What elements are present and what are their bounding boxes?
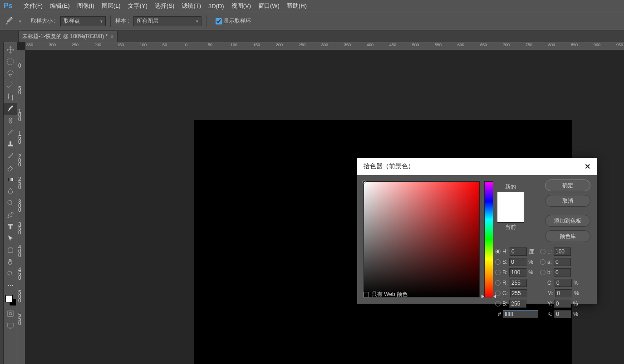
current-color-label: 当前: [497, 223, 524, 231]
gradient-tool[interactable]: [4, 174, 17, 185]
document-tab-title: 未标题-1-恢复的 @ 100%(RGB/8) *: [22, 33, 108, 40]
close-tab-icon[interactable]: ×: [110, 34, 113, 40]
hand-tool[interactable]: [4, 256, 17, 268]
menu-help[interactable]: 帮助(H): [287, 2, 307, 10]
sample-size-label: 取样大小 :: [31, 17, 56, 25]
path-select-tool[interactable]: [4, 233, 17, 244]
blur-tool[interactable]: [4, 185, 17, 197]
screen-mode-tool[interactable]: [4, 320, 17, 331]
menu-layer[interactable]: 图层(L): [102, 2, 121, 10]
radio-h[interactable]: [495, 249, 501, 254]
brush-tool[interactable]: [4, 126, 17, 138]
y-input[interactable]: [554, 300, 571, 308]
blue-input[interactable]: [509, 300, 526, 308]
document-tab[interactable]: 未标题-1-恢复的 @ 100%(RGB/8) * ×: [18, 31, 118, 42]
dialog-title: 拾色器（前景色）: [364, 162, 414, 170]
radio-lb[interactable]: [540, 270, 545, 275]
svg-rect-9: [8, 323, 13, 327]
sample-layers-dropdown[interactable]: 所有图层▾: [133, 16, 201, 26]
clone-stamp-tool[interactable]: [4, 138, 17, 150]
radio-g[interactable]: [495, 291, 501, 296]
color-library-button[interactable]: 颜色库: [545, 230, 590, 242]
menu-type[interactable]: 文字(Y): [128, 2, 147, 10]
menu-filter[interactable]: 滤镜(T): [182, 2, 201, 10]
lab-b-input[interactable]: [554, 268, 571, 277]
hue-indicator-left: [482, 295, 484, 298]
brightness-input[interactable]: [509, 268, 526, 277]
zoom-tool[interactable]: [4, 268, 17, 280]
l-input[interactable]: [554, 248, 571, 256]
more-tools[interactable]: ⋯: [4, 280, 17, 291]
s-input[interactable]: [509, 258, 526, 266]
svg-rect-3: [8, 178, 13, 181]
eyedropper-tool[interactable]: [4, 103, 17, 115]
app-logo: Ps: [4, 2, 13, 10]
add-swatch-button[interactable]: 添加到色板: [545, 215, 590, 227]
color-picker-dialog: 拾色器（前景色） ✕ 新的 当前 确定 取消 添加到色板 颜色库 H:度 L: …: [357, 158, 597, 304]
color-swatches[interactable]: [4, 294, 17, 308]
options-bar: ▾ 取样大小 : 取样点▾ 样本 : 所有图层▾ 显示取样环: [0, 12, 624, 30]
menu-3d[interactable]: 3D(D): [208, 3, 224, 10]
a-input[interactable]: [554, 258, 571, 266]
history-brush-tool[interactable]: [4, 150, 17, 162]
c-input[interactable]: [555, 279, 572, 287]
radio-bl[interactable]: [495, 301, 501, 306]
dialog-titlebar[interactable]: 拾色器（前景色） ✕: [357, 158, 597, 175]
show-sampling-ring-label: 显示取样环: [224, 17, 251, 25]
r-input[interactable]: [510, 279, 527, 287]
g-input[interactable]: [510, 289, 527, 297]
left-strip: [0, 42, 4, 364]
foreground-color-swatch[interactable]: [5, 295, 13, 302]
k-input[interactable]: [554, 310, 571, 318]
sample-size-dropdown[interactable]: 取样点▾: [60, 16, 106, 26]
active-tool-eyedropper-icon[interactable]: [4, 16, 15, 27]
magic-wand-tool[interactable]: [4, 79, 17, 91]
pen-tool[interactable]: [4, 209, 17, 221]
m-input[interactable]: [555, 289, 572, 297]
type-tool[interactable]: [4, 221, 17, 233]
crop-tool[interactable]: [4, 91, 17, 103]
hex-input[interactable]: [503, 310, 538, 318]
tools-panel: ⋯: [4, 42, 17, 364]
marquee-tool[interactable]: [4, 56, 17, 68]
color-selector-ring[interactable]: [362, 180, 366, 184]
vertical-ruler[interactable]: 050100150200250300350400450500550: [17, 50, 25, 364]
menu-edit[interactable]: 编辑(E): [50, 2, 69, 10]
radio-a[interactable]: [540, 259, 545, 265]
quick-mask-tool[interactable]: [4, 308, 17, 320]
close-icon[interactable]: ✕: [585, 162, 590, 171]
horizontal-ruler[interactable]: 3503002502001501005005010015020025030035…: [25, 42, 624, 50]
healing-brush-tool[interactable]: [4, 115, 17, 126]
saturation-value-field[interactable]: [364, 181, 480, 297]
document-tabbar: 未标题-1-恢复的 @ 100%(RGB/8) * ×: [0, 30, 624, 42]
menu-select[interactable]: 选择(S): [155, 2, 174, 10]
radio-l[interactable]: [540, 249, 545, 254]
svg-rect-0: [8, 59, 13, 64]
new-current-swatch[interactable]: [497, 192, 524, 223]
svg-rect-7: [8, 311, 13, 316]
show-sampling-ring-checkbox[interactable]: [216, 18, 222, 24]
cancel-button[interactable]: 取消: [545, 195, 590, 207]
radio-bh[interactable]: [495, 270, 501, 275]
menu-image[interactable]: 图像(I): [77, 2, 94, 10]
menu-view[interactable]: 视图(V): [231, 2, 251, 10]
radio-r[interactable]: [495, 280, 501, 286]
eraser-tool[interactable]: [4, 162, 17, 174]
rectangle-tool[interactable]: [4, 244, 17, 256]
new-color-label: 新的: [497, 183, 524, 191]
menu-bar: Ps 文件(F) 编辑(E) 图像(I) 图层(L) 文字(Y) 选择(S) 滤…: [0, 0, 624, 12]
svg-point-8: [9, 312, 12, 315]
svg-point-1: [8, 71, 13, 75]
dodge-tool[interactable]: [4, 197, 17, 209]
menu-file[interactable]: 文件(F): [24, 2, 43, 10]
menu-window[interactable]: 窗口(W): [258, 2, 280, 10]
move-tool[interactable]: [4, 44, 17, 56]
lasso-tool[interactable]: [4, 68, 17, 79]
sample-label: 样本 :: [115, 17, 129, 25]
radio-s[interactable]: [495, 259, 501, 265]
hue-slider[interactable]: [484, 181, 493, 297]
h-input[interactable]: [510, 248, 527, 256]
web-only-label: 只有 Web 颜色: [372, 291, 408, 298]
ok-button[interactable]: 确定: [545, 180, 590, 191]
web-only-checkbox[interactable]: [364, 292, 369, 297]
